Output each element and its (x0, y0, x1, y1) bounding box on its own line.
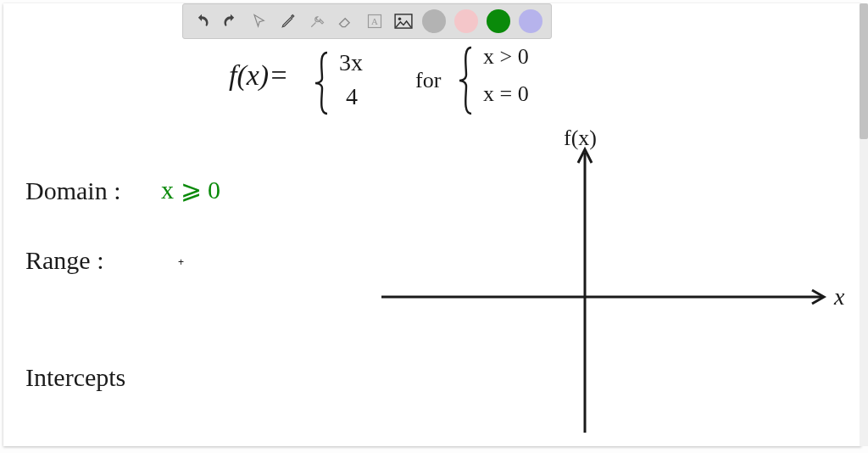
undo-button[interactable] (188, 8, 215, 35)
intercepts-label: Intercepts (25, 363, 125, 392)
svg-text:A: A (371, 16, 378, 26)
text-tool[interactable]: A (361, 8, 388, 35)
condition-1: x > 0 (483, 44, 529, 70)
function-lhs: f(x)= (229, 59, 288, 92)
piece-2-value: 4 (346, 83, 358, 110)
brace-left-1 (314, 49, 332, 117)
brace-left-2 (458, 44, 476, 117)
domain-value: x ⩾ 0 (161, 175, 220, 204)
condition-2: x = 0 (483, 81, 529, 107)
pointer-tool[interactable] (246, 8, 273, 35)
swatch-purple[interactable] (519, 9, 542, 33)
axes-graph (373, 136, 848, 441)
swatch-green[interactable] (487, 9, 510, 33)
piece-1-value: 3x (339, 49, 363, 76)
swatch-pink[interactable] (454, 9, 478, 33)
swatch-gray[interactable] (422, 9, 446, 33)
x-axis-label: x (834, 283, 844, 310)
tools-button[interactable] (303, 8, 331, 35)
svg-point-3 (398, 18, 402, 21)
range-label: Range : (25, 246, 103, 275)
cursor-mark: + (178, 256, 184, 268)
pencil-tool[interactable] (275, 8, 302, 35)
vertical-scrollbar[interactable] (860, 3, 868, 446)
redo-button[interactable] (217, 8, 244, 35)
domain-label: Domain : (25, 176, 121, 205)
toolbar: A (182, 3, 552, 39)
image-tool[interactable] (390, 8, 417, 35)
y-axis-label: f(x) (564, 126, 597, 151)
eraser-tool[interactable] (332, 8, 359, 35)
for-label: for (415, 68, 441, 93)
scroll-thumb[interactable] (860, 3, 868, 139)
